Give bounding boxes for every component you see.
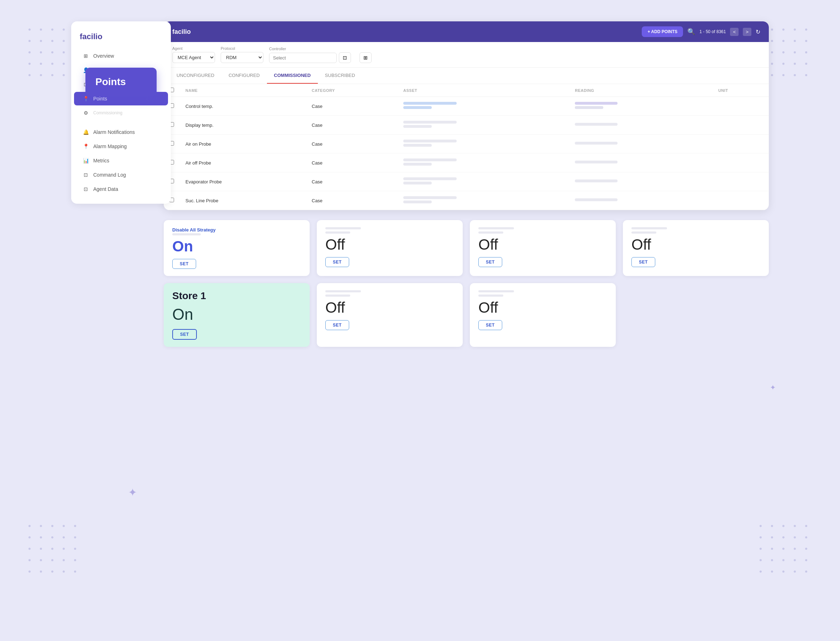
controller-filter-input[interactable] [269,53,337,63]
card4-skeleton-top [631,227,667,229]
metrics-icon: 📊 [83,158,89,164]
agent-filter-select[interactable]: MCE Agent [172,52,215,63]
card4-set-button[interactable]: SET [631,257,655,267]
refresh-button[interactable]: ↻ [756,29,760,35]
sidebar-item-alarm-label: Alarm Notifications [93,129,135,135]
card1-title: Disable All Strategy [172,227,301,232]
points-icon: 📍 [83,95,89,102]
agent-data-icon: ⊡ [83,186,89,192]
card1-value: On [172,238,301,254]
agent-filter-label: Agent [172,46,215,51]
sidebar: facilio ⊞ Overview 👤 Agents ⊡ Controller… [71,21,171,204]
sidebar-item-command-log-label: Command Log [93,172,126,178]
top-bar: facilio + ADD POINTS 🔍 1 - 50 of 8361 < … [164,21,769,42]
controller-filter-icon-button[interactable]: ⊡ [339,52,351,63]
controller-filter-group: Controller ⊡ [269,47,351,63]
table-header-name: NAME [180,84,306,97]
card1-set-button[interactable]: SET [172,259,196,269]
card8-empty [623,283,769,346]
add-points-button[interactable]: + ADD POINTS [642,26,683,37]
card6-skeleton-top [325,290,361,292]
next-page-button[interactable]: > [743,28,752,36]
prev-page-button[interactable]: < [730,28,739,36]
disable-all-strategy-card: Disable All Strategy On SET [164,220,310,276]
store1-card: Store 1 On SET [164,283,310,346]
grid-view-button[interactable]: ⊞ [360,52,372,63]
points-highlight-card: Points [85,68,157,96]
star-decoration-4: ✦ [770,383,776,392]
topbar-right: + ADD POINTS 🔍 1 - 50 of 8361 < > ↻ [642,26,760,37]
store1-set-button[interactable]: SET [172,329,197,340]
table-header-asset: ASSET [398,84,569,97]
card2-skeleton-sub [325,232,350,234]
tab-subscribed[interactable]: SUBSCRIBED [318,68,362,84]
card7-skeleton-top [479,290,514,292]
alarm-mapping-icon: 📍 [83,143,89,150]
store1-title: Store 1 [172,290,301,302]
sidebar-item-commissioning[interactable]: ⚙ Commissioning [74,106,168,120]
table-row[interactable]: Air off Probe Case [164,153,769,172]
table-header-unit: UNIT [713,84,769,97]
search-icon[interactable]: 🔍 [687,28,695,35]
table-row[interactable]: Control temp. Case [164,97,769,116]
card6-value: Off [325,300,454,316]
protocol-filter-select[interactable]: RDM [221,52,263,63]
tab-unconfigured[interactable]: UNCONFIGURED [169,68,222,84]
topbar-logo: facilio [172,28,191,35]
card6: Off SET [317,283,463,346]
row-name: Suc. Line Probe [180,191,306,210]
filter-bar: Agent MCE Agent Protocol RDM Controller [164,42,769,68]
sidebar-item-alarm-mapping-label: Alarm Mapping [93,143,127,149]
table-header-reading: READING [569,84,713,97]
card7-value: Off [479,300,607,316]
sidebar-item-alarm-mapping[interactable]: 📍 Alarm Mapping [74,140,168,153]
app-logo: facilio [71,29,171,48]
row-name: Display temp. [180,116,306,135]
row-category: Case [306,191,398,210]
sidebar-item-overview[interactable]: ⊞ Overview [74,49,168,63]
card6-skeleton-sub [325,295,350,296]
points-card-title: Points [95,76,147,88]
sidebar-item-metrics-label: Metrics [93,158,109,163]
card2-skeleton-top [325,227,361,229]
card3-set-button[interactable]: SET [479,257,502,267]
table-row[interactable]: Air on Probe Case [164,135,769,153]
tab-configured[interactable]: CONFIGURED [222,68,267,84]
cards-row-2: Store 1 On SET Off SET Off SET [164,283,769,346]
command-log-icon: ⊡ [83,172,89,178]
main-table-panel: facilio + ADD POINTS 🔍 1 - 50 of 8361 < … [164,21,769,210]
card4-skeleton-sub [631,232,656,234]
card3-skeleton-top [479,227,514,229]
commissioning-icon: ⚙ [83,110,89,116]
card6-set-button[interactable]: SET [325,320,349,330]
sidebar-item-agent-data-label: Agent Data [93,186,118,192]
overview-icon: ⊞ [83,53,89,59]
row-category: Case [306,97,398,116]
card2: Off SET [317,220,463,276]
card2-set-button[interactable]: SET [325,257,349,267]
card4: Off SET [623,220,769,276]
sidebar-item-alarm-notifications[interactable]: 🔔 Alarm Notifications [74,126,168,139]
card7-set-button[interactable]: SET [479,320,502,330]
row-category: Case [306,116,398,135]
tab-commissioned[interactable]: COMMISSIONED [267,68,318,84]
row-category: Case [306,135,398,153]
sidebar-item-agent-data[interactable]: ⊡ Agent Data [74,182,168,196]
sidebar-item-points-label: Points [93,96,107,101]
table-row[interactable]: Display temp. Case [164,116,769,135]
alarm-notifications-icon: 🔔 [83,129,89,135]
sidebar-item-metrics[interactable]: 📊 Metrics [74,154,168,167]
table-row[interactable]: Evaporator Probe Case [164,172,769,191]
card7-skeleton-sub [479,295,503,296]
row-category: Case [306,172,398,191]
table-row[interactable]: Suc. Line Probe Case [164,191,769,210]
cards-row-1: Disable All Strategy On SET Off SET Off … [164,220,769,276]
card4-value: Off [631,237,760,253]
row-category: Case [306,153,398,172]
sidebar-item-command-log[interactable]: ⊡ Command Log [74,168,168,182]
store1-value: On [172,306,301,323]
row-name: Air on Probe [180,135,306,153]
card1-skeleton [172,233,201,235]
card2-value: Off [325,237,454,253]
card3-skeleton-sub [479,232,503,234]
